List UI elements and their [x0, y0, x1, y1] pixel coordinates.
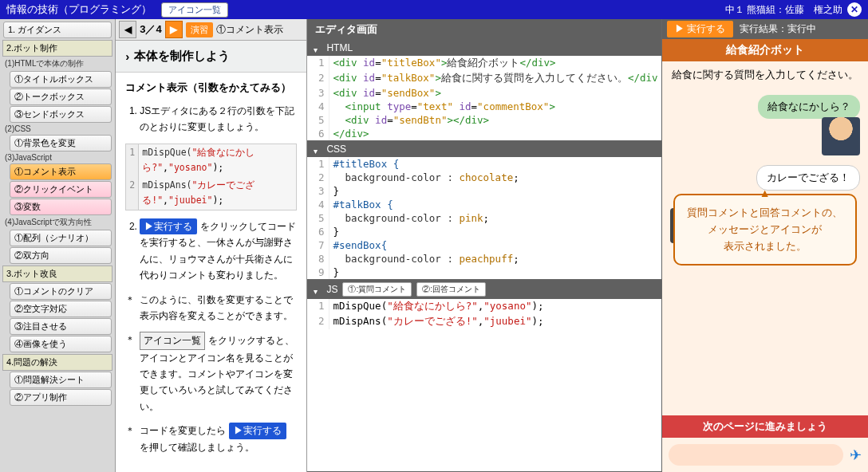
bot-title: 給食紹介ボット — [662, 39, 868, 61]
sidebar-item-click[interactable]: ②クリックイベント — [10, 181, 112, 198]
sidebar-item-var[interactable]: ③変数 — [10, 199, 112, 215]
editor-panel: エディタ画面 HTML 1<div id="titleBox">給食紹介ボット<… — [307, 19, 661, 472]
sidebar-item-clear[interactable]: ①コメントのクリア — [10, 283, 112, 300]
nav-prev-button[interactable]: ◀ — [119, 21, 136, 38]
result-panel: ▶ 実行する 実行結果：実行中 給食紹介ボット 給食に関する質問を入力してくださ… — [662, 19, 868, 472]
run-button[interactable]: ▶ 実行する — [667, 21, 733, 37]
html-code-area[interactable]: 1<div id="titleBox">給食紹介ボット</div> 2<div … — [307, 56, 661, 140]
next-page-banner[interactable]: 次のページに進みましょう — [662, 415, 868, 438]
sidebar-item-array[interactable]: ①配列（シナリオ） — [10, 230, 112, 246]
sidebar-item-app[interactable]: ②アプリ制作 — [10, 389, 112, 406]
bot-comment-input[interactable] — [669, 444, 843, 466]
page-indicator: 3／4 — [140, 22, 161, 37]
app-header: 情報の技術（プログラミング） アイコン一覧 中１ 熊猫組：佐藤 権之助 ✕ — [0, 0, 868, 19]
html-editor: HTML 1<div id="titleBox">給食紹介ボット</div> 2… — [307, 40, 661, 141]
sidebar-item-talkbox[interactable]: ②トークボックス — [10, 88, 112, 105]
exercise-chip: 演習 — [186, 22, 213, 37]
content-subtitle: コメント表示（引数をかえてみる） — [116, 73, 306, 100]
send-icon[interactable]: ✈ — [850, 446, 862, 464]
sidebar-item-bidir[interactable]: ②双方向 — [10, 247, 112, 264]
asterisk-icon: ＊ — [125, 423, 135, 455]
step-label: ①コメント表示 — [216, 23, 283, 37]
bot-lead: 給食に関する質問を入力してください。 — [662, 61, 868, 88]
sidebar-sub-bidir: (4)JavaScriptで双方向性 — [2, 216, 113, 229]
sidebar-section-bot: 2.ボット制作 — [2, 40, 112, 57]
sidebar-section-improve: 3.ボット改良 — [2, 266, 112, 282]
sidebar-item-comment-active[interactable]: ①コメント表示 — [10, 163, 112, 180]
chevron-down-icon[interactable] — [314, 145, 322, 153]
chevron-down-icon[interactable] — [314, 44, 322, 52]
sidebar-item-empty[interactable]: ②空文字対応 — [10, 301, 112, 317]
close-icon[interactable]: ✕ — [847, 2, 862, 17]
css-label: CSS — [326, 144, 346, 155]
sidebar-sub-js: (3)JavaScript — [2, 152, 113, 163]
guide-callout: 質問コメントと回答コメントの、 メッセージとアイコンが 表示されました。 — [673, 194, 857, 266]
chevron-right-icon: › — [125, 49, 129, 63]
snippet-answer-button[interactable]: ②:回答コメント — [416, 282, 486, 297]
instruction-step-1: JSエディタにある２行の引数を下記のとおりに変更しましょう。 — [140, 103, 297, 136]
run-status: 実行結果：実行中 — [740, 22, 816, 36]
bot-preview: 給食紹介ボット 給食に関する質問を入力してください。 給食なにかしら？ カレーで… — [662, 39, 868, 472]
js-code-area[interactable]: 1mDispQue("給食なにかしら?","yosano"); 2mDispAn… — [307, 299, 661, 471]
icon-list-button[interactable]: アイコン一覧 — [161, 2, 228, 18]
lesson-content: ◀ 3／4 ▶ 演習 ①コメント表示 ›本体を制作しよう コメント表示（引数をか… — [116, 19, 307, 472]
sidebar-item-bgcolor[interactable]: ①背景色を変更 — [10, 135, 112, 151]
answer-bubble: カレーでござる！ — [756, 165, 860, 191]
sidebar-item-titlebox[interactable]: ①タイトルボックス — [10, 71, 112, 88]
question-bubble: 給食なにかしら？ — [758, 95, 860, 119]
editor-panel-title: エディタ画面 — [307, 19, 661, 40]
js-label: JS — [326, 284, 337, 295]
note-3: コードを変更したら ▶実行する を押して確認しましょう。 — [140, 423, 297, 455]
css-code-area[interactable]: 1#titleBox { 2 background-color : chocol… — [307, 157, 661, 279]
instruction-step-2: ▶実行する をクリックしてコードを実行すると、一休さんが与謝野さんに、リョウマさ… — [140, 218, 297, 284]
app-title: 情報の技術（プログラミング） — [6, 2, 152, 17]
asterisk-icon: ＊ — [125, 332, 135, 415]
css-editor: CSS 1#titleBox { 2 background-color : ch… — [307, 141, 661, 280]
class-info: 中１ 熊猫組：佐藤 権之助 — [725, 3, 842, 17]
snippet-question-button[interactable]: ①:質問コメント — [342, 282, 412, 297]
sidebar-item-worksheet[interactable]: ①問題解決シート — [10, 372, 112, 388]
lesson-sidebar: 1. ガイダンス 2.ボット制作 (1)HTMLで本体の制作 ①タイトルボックス… — [0, 19, 116, 472]
js-editor: JS ①:質問コメント ②:回答コメント 1mDispQue("給食なにかしら?… — [307, 280, 661, 472]
asterisk-icon: ＊ — [125, 292, 135, 324]
iconlist-inline: アイコン一覧 — [140, 332, 205, 349]
sidebar-item-sendbox[interactable]: ③センドボックス — [10, 106, 112, 123]
sidebar-sub-css: (2)CSS — [2, 124, 113, 134]
sidebar-item-attention[interactable]: ③注目させる — [10, 318, 112, 335]
content-title: 本体を制作しよう — [134, 49, 230, 64]
sample-code: 1mDispQue("給食なにかしら?","yosano"); 2mDispAn… — [125, 144, 297, 210]
sidebar-sub-html: (1)HTMLで本体の制作 — [2, 57, 113, 70]
chevron-down-icon[interactable] — [314, 285, 322, 293]
note-2: アイコン一覧 をクリックすると、アイコンとアイコン名を見ることができます。コメン… — [140, 332, 297, 415]
sidebar-section-problem: 4.問題の解決 — [2, 354, 112, 371]
sidebar-item-guidance[interactable]: 1. ガイダンス — [3, 22, 112, 38]
nav-next-button[interactable]: ▶ — [165, 21, 183, 38]
sidebar-item-image[interactable]: ④画像を使う — [10, 336, 112, 352]
run-inline-icon: ▶実行する — [229, 423, 286, 439]
run-inline-icon: ▶実行する — [140, 218, 197, 234]
note-1: このように、引数を変更することで表示内容を変えることができます。 — [140, 292, 297, 324]
avatar-yosano-icon — [822, 117, 860, 155]
html-label: HTML — [326, 42, 353, 53]
